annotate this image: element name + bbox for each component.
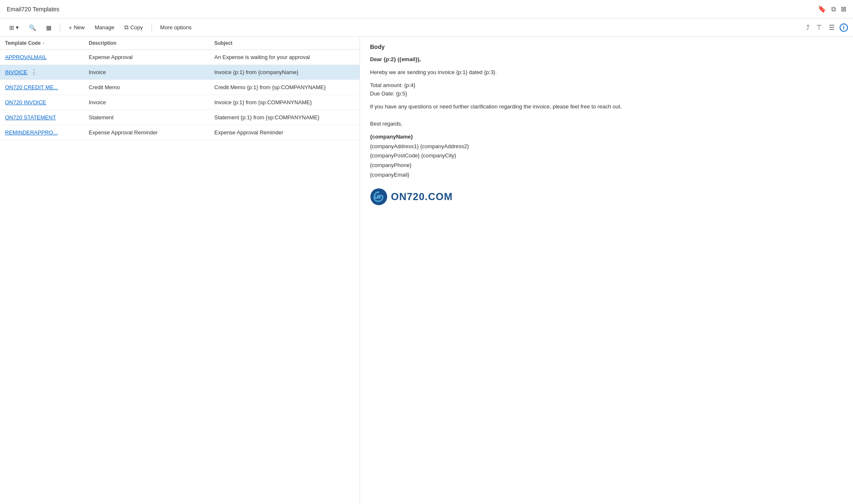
separator-2 bbox=[152, 23, 152, 32]
row-description: Expense Approval Reminder bbox=[89, 129, 214, 136]
row-code: REMINDERAPPRO... bbox=[5, 129, 89, 136]
row-description: Expense Approval bbox=[89, 54, 214, 60]
more-options-button[interactable]: More options bbox=[156, 23, 196, 32]
logo-icon bbox=[370, 188, 388, 206]
table-header: Template Code ↑ Description Subject bbox=[0, 37, 360, 50]
manage-button[interactable]: Manage bbox=[90, 23, 118, 32]
title-bar-actions: 🔖 ⧉ ⊠ bbox=[818, 5, 846, 13]
row-code: APPROVALMAIL bbox=[5, 54, 89, 60]
copy-button[interactable]: ⧉ Copy bbox=[120, 22, 147, 33]
row-code-link[interactable]: APPROVALMAIL bbox=[5, 54, 46, 60]
company-postcode: {companyPostCode} {companyCity} bbox=[370, 152, 843, 160]
list-view-icon[interactable]: ☰ bbox=[827, 22, 836, 33]
preview-greeting: Dear {p:2} ({email}), bbox=[370, 55, 843, 64]
open-in-new-icon[interactable]: ⧉ bbox=[831, 5, 836, 13]
title-bar: Email720 Templates 🔖 ⧉ ⊠ bbox=[0, 0, 853, 18]
toolbar: ⊞ ▾ 🔍 ▦ + New Manage ⧉ Copy More options… bbox=[0, 18, 853, 37]
context-menu-icon[interactable]: ⋮ bbox=[31, 68, 37, 76]
main-layout: Template Code ↑ Description Subject APPR… bbox=[0, 37, 853, 504]
company-email: {companyEmail} bbox=[370, 171, 843, 180]
preview-line4: If you have any questions or need furthe… bbox=[370, 103, 843, 111]
toolbar-right: ⤴ ⊤ ☰ i bbox=[804, 22, 848, 33]
manage-label: Manage bbox=[95, 24, 114, 31]
row-code-link[interactable]: ON720 STATEMENT bbox=[5, 114, 56, 121]
preview-panel: Body Dear {p:2} ({email}), Hereby we are… bbox=[360, 37, 853, 504]
table-view-button[interactable]: ▦ bbox=[42, 23, 56, 33]
company-name: {companyName} bbox=[370, 133, 843, 141]
row-subject: Statement {p:1} from {sp:COMPANYNAME} bbox=[214, 114, 355, 121]
col-header-description: Description bbox=[89, 40, 214, 46]
list-panel: Template Code ↑ Description Subject APPR… bbox=[0, 37, 360, 504]
row-code: INVOICE ⋮ bbox=[5, 68, 89, 76]
table-row[interactable]: INVOICE ⋮ Invoice Invoice {p:1} from {co… bbox=[0, 65, 360, 80]
row-subject: Invoice {p:1} from {sp:COMPANYNAME} bbox=[214, 99, 355, 105]
row-subject: Invoice {p:1} from {companyName} bbox=[214, 69, 355, 75]
table-icon: ▦ bbox=[46, 24, 51, 31]
row-description: Invoice bbox=[89, 99, 214, 105]
due-date-line: Due Date: {p:5} bbox=[370, 90, 407, 97]
preview-content: Dear {p:2} ({email}), Hereby we are send… bbox=[370, 55, 843, 206]
row-code-link[interactable]: ON720 INVOICE bbox=[5, 99, 46, 105]
row-code: ON720 CREDIT ME... bbox=[5, 84, 89, 90]
row-description: Statement bbox=[89, 114, 214, 121]
collapse-icon[interactable]: ⊠ bbox=[841, 5, 846, 13]
company-address: {companyAddress1} {companyAddress2} bbox=[370, 142, 843, 151]
row-subject: An Expense is waiting for your approval bbox=[214, 54, 355, 60]
copy-label: Copy bbox=[130, 24, 143, 31]
new-plus-icon: + bbox=[69, 24, 72, 31]
new-button[interactable]: + New bbox=[64, 23, 89, 33]
row-code: ON720 STATEMENT bbox=[5, 114, 89, 121]
row-description: Invoice bbox=[89, 69, 214, 75]
row-code-link[interactable]: REMINDERAPPRO... bbox=[5, 129, 58, 136]
total-amount-line: Total amount: {p:4} bbox=[370, 82, 415, 88]
col-header-subject: Subject bbox=[214, 40, 355, 46]
svg-point-1 bbox=[377, 195, 381, 199]
search-icon: 🔍 bbox=[29, 24, 36, 31]
preview-amounts: Total amount: {p:4} Due Date: {p:5} bbox=[370, 81, 843, 99]
copy-icon: ⧉ bbox=[124, 24, 128, 31]
row-subject: Credit Memo {p:1} from {sp:COMPANYNAME} bbox=[214, 84, 355, 90]
role-icon: ⊞ bbox=[9, 24, 14, 31]
new-label: New bbox=[74, 24, 85, 31]
filter-icon[interactable]: ⊤ bbox=[814, 22, 824, 33]
search-button[interactable]: 🔍 bbox=[25, 23, 40, 33]
role-switcher-button[interactable]: ⊞ ▾ bbox=[5, 23, 23, 33]
preview-line1: Hereby we are sending you invoice {p:1} … bbox=[370, 68, 843, 77]
app-title: Email720 Templates bbox=[7, 6, 59, 13]
row-code-link[interactable]: ON720 CREDIT ME... bbox=[5, 84, 58, 90]
bookmark-icon[interactable]: 🔖 bbox=[818, 5, 826, 13]
info-icon[interactable]: i bbox=[840, 23, 848, 32]
company-phone: {companyPhone} bbox=[370, 161, 843, 170]
share-icon[interactable]: ⤴ bbox=[804, 22, 811, 33]
separator-1 bbox=[60, 23, 60, 32]
logo-text: ON720.COM bbox=[391, 189, 453, 205]
row-code: ON720 INVOICE bbox=[5, 99, 89, 105]
row-code-link[interactable]: INVOICE bbox=[5, 69, 27, 75]
preview-section-label: Body bbox=[370, 44, 843, 50]
preview-line5: Best regards, bbox=[370, 120, 843, 129]
table-body: APPROVALMAIL Expense Approval An Expense… bbox=[0, 50, 360, 504]
table-row[interactable]: APPROVALMAIL Expense Approval An Expense… bbox=[0, 50, 360, 65]
logo-area: ON720.COM bbox=[370, 188, 843, 206]
table-row[interactable]: ON720 INVOICE Invoice Invoice {p:1} from… bbox=[0, 95, 360, 110]
greeting-bold: Dear {p:2} ({email}), bbox=[370, 56, 421, 62]
col-header-code: Template Code ↑ bbox=[5, 40, 89, 46]
table-row[interactable]: ON720 STATEMENT Statement Statement {p:1… bbox=[0, 110, 360, 125]
sort-asc-icon: ↑ bbox=[42, 41, 44, 46]
company-block: {companyName} {companyAddress1} {company… bbox=[370, 133, 843, 180]
more-options-label: More options bbox=[160, 24, 192, 31]
row-description: Credit Memo bbox=[89, 84, 214, 90]
row-subject: Expense Approval Reminder bbox=[214, 129, 355, 136]
table-row[interactable]: REMINDERAPPRO... Expense Approval Remind… bbox=[0, 125, 360, 140]
role-label: ▾ bbox=[16, 24, 19, 31]
table-row[interactable]: ON720 CREDIT ME... Credit Memo Credit Me… bbox=[0, 80, 360, 95]
